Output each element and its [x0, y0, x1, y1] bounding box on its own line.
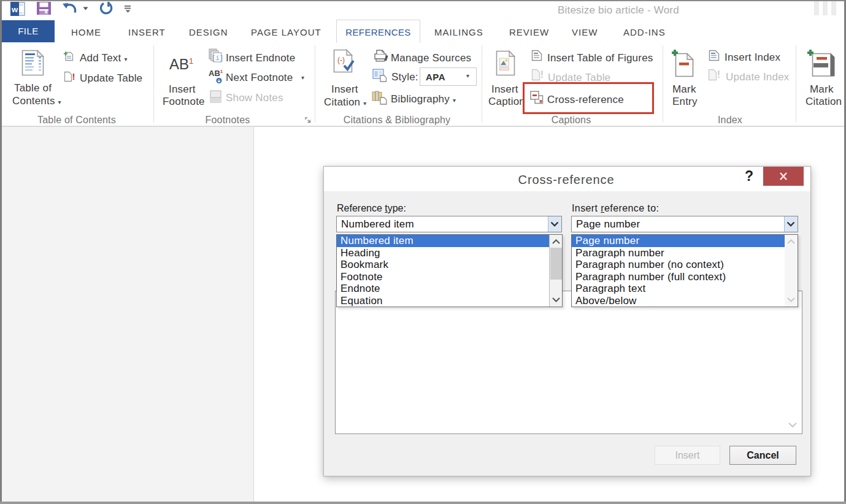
- svg-text:[i]: [i]: [212, 55, 224, 62]
- svg-text:!: !: [540, 69, 544, 80]
- svg-text:!: !: [72, 71, 75, 82]
- svg-text:!: !: [717, 69, 720, 80]
- svg-text:w: w: [11, 5, 18, 14]
- svg-text:(-): (-): [337, 56, 345, 64]
